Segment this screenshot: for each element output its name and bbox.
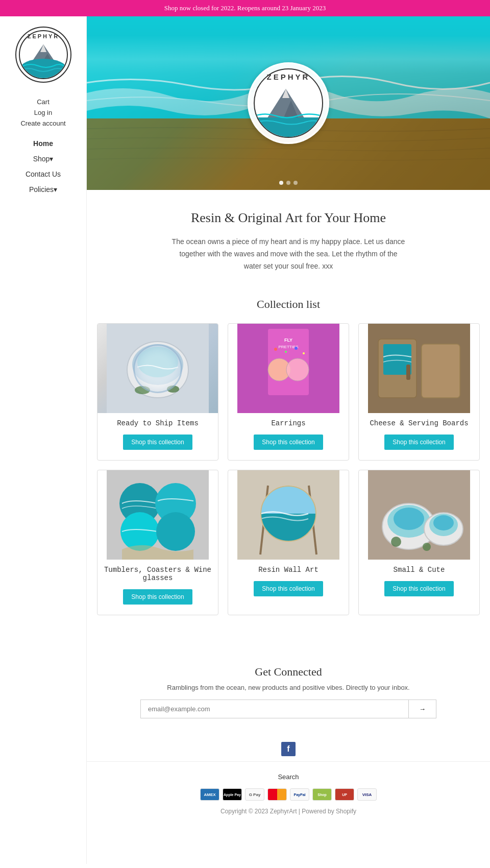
newsletter-form: → — [140, 700, 436, 718]
svg-rect-34 — [422, 344, 460, 398]
sidebar-account: Cart Log in Create account — [5, 98, 81, 127]
collection-card-tumblers: Tumblers, Coasters & Wine glasses Shop t… — [97, 470, 218, 615]
collection-card-cheese: Cheese & Serving Boards Shop this collec… — [358, 323, 480, 461]
collection-title-ready-ship: Ready to Ship Items — [97, 413, 218, 432]
announcement-text: Shop now closed for 2022. Reopens around… — [164, 4, 326, 12]
svg-point-18 — [132, 344, 183, 385]
collection-art-small-cute — [359, 470, 479, 560]
svg-point-19 — [137, 347, 178, 377]
svg-text:ZEPHYR: ZEPHYR — [27, 33, 59, 39]
main-content: ZEPHYR Resin & Original Art for Your Hom… — [87, 16, 490, 864]
collection-title-cheese: Cheese & Serving Boards — [359, 413, 479, 432]
page-wrapper: ZEPHYR Cart Log in Create account Home S… — [0, 16, 490, 864]
payment-icons: AMEX Apple Pay G Pay MC PayPal Shop UP V… — [97, 788, 480, 801]
collection-title-earrings: Earrings — [228, 413, 349, 432]
collection-card-earrings: FLY PRETTIES Earrings — [228, 323, 349, 461]
slideshow-dots — [279, 181, 298, 185]
svg-rect-37 — [107, 470, 209, 560]
newsletter-body: Ramblings from the ocean, new products a… — [117, 684, 459, 691]
payment-icon-visa: VISA — [357, 788, 377, 801]
svg-point-28 — [274, 348, 277, 351]
svg-text:ZEPHYR: ZEPHYR — [267, 73, 310, 81]
copyright-text: Copyright © 2023 ZephyrArt | Powered by … — [220, 808, 356, 815]
nav-contact-us[interactable]: Contact Us — [26, 170, 61, 178]
collection-art-ready-ship — [97, 324, 218, 413]
newsletter-email-input[interactable] — [140, 700, 408, 718]
dot-2[interactable] — [286, 181, 290, 185]
logo-container[interactable]: ZEPHYR — [15, 27, 71, 83]
svg-point-59 — [391, 537, 401, 547]
collection-section: Collection list — [87, 298, 490, 645]
svg-rect-16 — [107, 324, 209, 413]
payment-icon-unionpay: UP — [335, 788, 354, 801]
sidebar-nav: Home Shop▾ Contact Us Policies▾ — [5, 139, 81, 194]
hero-logo-svg: ZEPHYR — [253, 67, 324, 139]
collection-image-earrings: FLY PRETTIES — [228, 324, 349, 413]
svg-point-21 — [167, 385, 179, 393]
svg-point-20 — [135, 386, 150, 394]
collection-heading: Collection list — [97, 298, 480, 311]
svg-point-40 — [120, 512, 159, 551]
nav-shop[interactable]: Shop▾ — [33, 155, 54, 163]
svg-point-55 — [394, 508, 424, 530]
tagline-heading: Resin & Original Art for Your Home — [117, 210, 459, 226]
collection-art-wall-art — [228, 470, 349, 560]
payment-icon-amex: AMEX — [200, 788, 219, 801]
svg-point-41 — [156, 512, 195, 551]
cart-link[interactable]: Cart — [37, 98, 50, 106]
logo-circle: ZEPHYR — [15, 27, 71, 83]
shop-btn-wall-art[interactable]: Shop this collection — [254, 581, 323, 596]
payment-icon-gpay: G Pay — [245, 788, 264, 801]
collection-card-small-cute: Small & Cute Shop this collection — [358, 470, 480, 615]
dot-3[interactable] — [293, 181, 298, 185]
newsletter-section: Get Connected Ramblings from the ocean, … — [87, 645, 490, 734]
payment-icon-shopify: Shop — [312, 788, 332, 801]
collection-art-earrings: FLY PRETTIES — [228, 324, 349, 413]
social-section: f — [87, 734, 490, 761]
payment-icon-paypal: PayPal — [290, 788, 309, 801]
collection-grid: Ready to Ship Items Shop this collection… — [97, 323, 480, 615]
footer-search-link[interactable]: Search — [278, 773, 299, 781]
svg-point-30 — [295, 347, 298, 350]
collection-image-tumblers — [97, 470, 218, 560]
collection-image-wall-art — [228, 470, 349, 560]
svg-point-31 — [303, 352, 305, 354]
collection-image-cheese — [359, 324, 479, 413]
svg-point-27 — [286, 358, 309, 381]
newsletter-heading: Get Connected — [117, 665, 459, 679]
shop-btn-ready-ship[interactable]: Shop this collection — [123, 435, 192, 450]
facebook-link[interactable]: f — [281, 742, 296, 756]
footer-copyright: Copyright © 2023 ZephyrArt | Powered by … — [97, 808, 480, 815]
svg-rect-36 — [406, 365, 410, 380]
collection-image-ready-ship — [97, 324, 218, 413]
collection-card-wall-art: Resin Wall Art Shop this collection — [228, 470, 349, 615]
collection-card-ready-ship: Ready to Ship Items Shop this collection — [97, 323, 218, 461]
hero-logo: ZEPHYR — [248, 62, 329, 144]
svg-text:FLY: FLY — [284, 337, 292, 343]
login-link[interactable]: Log in — [34, 109, 52, 116]
svg-point-29 — [285, 351, 287, 353]
create-account-link[interactable]: Create account — [20, 119, 65, 127]
collection-art-tumblers — [97, 470, 218, 560]
nav-policies[interactable]: Policies▾ — [29, 185, 57, 194]
shop-btn-small-cute[interactable]: Shop this collection — [384, 581, 453, 596]
newsletter-submit-button[interactable]: → — [408, 700, 436, 718]
hero-slideshow: ZEPHYR — [87, 16, 490, 190]
collection-art-cheese — [359, 324, 479, 413]
collection-image-small-cute — [359, 470, 479, 560]
footer-links: Search — [97, 772, 480, 781]
dot-1[interactable] — [279, 181, 283, 185]
payment-icon-mastercard: MC — [267, 788, 287, 801]
shop-btn-earrings[interactable]: Shop this collection — [254, 435, 323, 450]
payment-icon-applepay: Apple Pay — [223, 788, 242, 801]
footer: Search AMEX Apple Pay G Pay MC PayPal Sh… — [87, 761, 490, 825]
announcement-bar: Shop now closed for 2022. Reopens around… — [0, 0, 490, 16]
shop-btn-tumblers[interactable]: Shop this collection — [123, 589, 192, 605]
sidebar: ZEPHYR Cart Log in Create account Home S… — [0, 16, 87, 864]
shop-btn-cheese[interactable]: Shop this collection — [384, 435, 453, 450]
svg-point-58 — [433, 515, 454, 531]
logo-svg: ZEPHYR — [18, 29, 69, 80]
hero-image: ZEPHYR — [87, 16, 490, 190]
tagline-body: The ocean owns a piece of my heart and i… — [171, 236, 406, 272]
nav-home[interactable]: Home — [33, 139, 53, 148]
